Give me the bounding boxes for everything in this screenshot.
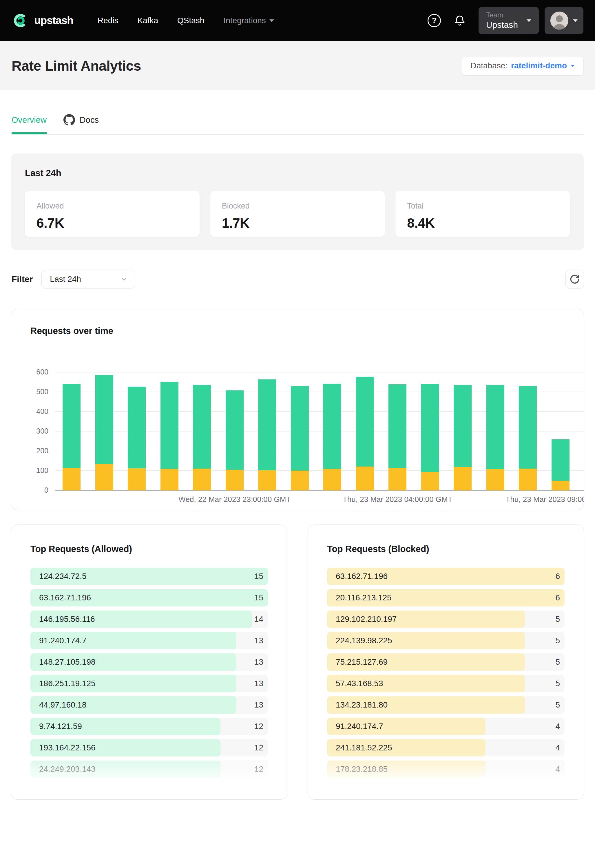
team-selector[interactable]: Team Upstash	[478, 7, 539, 34]
row-count: 13	[254, 657, 263, 667]
stats-panel: Last 24h Allowed 6.7K Blocked 1.7K Total…	[11, 154, 584, 250]
y-axis-tick: 500	[11, 388, 49, 396]
bell-icon	[454, 15, 466, 27]
y-axis-tick: 100	[11, 466, 49, 475]
row-count: 6	[555, 593, 560, 602]
row-count: 4	[555, 786, 560, 795]
table-row: 146.195.56.11614	[30, 611, 268, 628]
row-ip: 134.23.181.80	[336, 700, 388, 710]
table-row: 129.102.210.1975	[327, 611, 565, 628]
chart-bar-blocked	[95, 464, 113, 490]
list-title: Top Requests (Allowed)	[30, 544, 268, 554]
stat-label: Total	[407, 202, 558, 211]
row-ip: 129.102.210.197	[336, 614, 397, 624]
table-row: 44.97.160.1813	[30, 696, 268, 714]
database-name: ratelimit-demo	[511, 61, 567, 70]
row-ip: 9.74.121.59	[39, 722, 82, 731]
nav-link-integrations[interactable]: Integrations	[223, 16, 274, 25]
chart-bar-allowed	[128, 387, 146, 468]
chart-bar-allowed	[388, 384, 406, 468]
filter-row: Filter Last 24h	[11, 270, 584, 288]
chart-bar-blocked	[552, 481, 570, 490]
tab-docs[interactable]: Docs	[63, 114, 99, 134]
help-button[interactable]: ?	[428, 14, 441, 27]
tab-docs-label: Docs	[80, 115, 99, 125]
x-axis-tick: Thu, 23 Mar 2023 04:00:00 GMT	[343, 495, 452, 504]
row-ip: 91.240.174.7	[336, 722, 383, 731]
row-count: 5	[555, 679, 560, 688]
chart-bar-allowed	[486, 385, 504, 469]
row-ip: 63.162.71.196	[336, 572, 388, 581]
database-label: Database:	[471, 61, 508, 70]
row-ip: 193.164.22.156	[39, 743, 96, 753]
chart-bar-blocked	[421, 472, 439, 490]
team-label: Team	[486, 11, 503, 19]
help-icon: ?	[428, 14, 441, 27]
account-menu[interactable]	[545, 7, 583, 34]
requests-chart: 0100200300400500600	[11, 372, 584, 490]
brand-name: upstash	[34, 15, 73, 27]
chart-bar-blocked	[519, 469, 537, 490]
chart-bar-allowed	[226, 390, 244, 470]
upstash-logo-icon	[12, 12, 28, 29]
page-title: Rate Limit Analytics	[12, 58, 141, 74]
nav-link-redis[interactable]: Redis	[97, 16, 118, 25]
table-row: 20.116.213.1256	[327, 589, 565, 607]
stat-label: Allowed	[37, 202, 188, 211]
x-axis-tick: Wed, 22 Mar 2023 23:00:00 GMT	[179, 495, 291, 504]
chart-bar-allowed	[356, 377, 374, 466]
chart-bar-blocked	[258, 470, 276, 490]
chart-bar-blocked	[291, 471, 309, 490]
chevron-down-icon	[571, 65, 575, 66]
time-range-value: Last 24h	[50, 275, 81, 284]
row-ip: 75.215.127.69	[336, 657, 388, 667]
chevron-down-icon	[527, 19, 531, 22]
row-ip: 186.251.19.125	[39, 679, 96, 688]
table-row: 75.215.127.695	[327, 653, 565, 671]
blocked-list: 63.162.71.196620.116.213.1256129.102.210…	[327, 568, 565, 799]
y-axis-tick: 300	[11, 427, 49, 435]
row-count: 4	[555, 743, 560, 753]
brand[interactable]: upstash	[12, 12, 73, 29]
table-row: 148.27.105.19813	[30, 653, 268, 671]
table-row: 63.162.71.19615	[30, 589, 268, 607]
tab-overview[interactable]: Overview	[12, 115, 47, 133]
chart-bar-blocked	[323, 469, 341, 490]
chart-bar-allowed	[552, 439, 570, 481]
notifications-button[interactable]	[454, 15, 466, 27]
row-count: 13	[254, 700, 263, 710]
row-ip: 148.27.105.198	[39, 657, 96, 667]
avatar	[551, 12, 568, 30]
nav-link-kafka[interactable]: Kafka	[137, 16, 158, 25]
row-count: 15	[254, 593, 263, 602]
table-row: 91.240.174.713	[30, 632, 268, 650]
table-row: 57.43.168.535	[327, 675, 565, 692]
row-count: 4	[555, 765, 560, 774]
chart-bar-blocked	[226, 470, 244, 490]
row-count: 12	[254, 765, 263, 774]
chart-bar-allowed	[323, 384, 341, 469]
stat-card-allowed: Allowed 6.7K	[25, 191, 199, 237]
database-selector[interactable]: Database: ratelimit-demo	[462, 56, 583, 75]
row-count: 5	[555, 636, 560, 645]
time-range-select[interactable]: Last 24h	[41, 270, 135, 288]
chart-x-axis: Wed, 22 Mar 2023 23:00:00 GMTThu, 23 Mar…	[11, 495, 584, 506]
row-ip: 19.47.152.207	[336, 786, 388, 795]
table-row: 9.74.121.5912	[30, 718, 268, 735]
allowed-list: 124.234.72.51563.162.71.19615146.195.56.…	[30, 568, 268, 799]
chart-bar-blocked	[388, 468, 406, 490]
stats-title: Last 24h	[25, 168, 570, 179]
row-ip: 63.162.71.196	[39, 593, 91, 602]
navbar: upstash Redis Kafka QStash Integrations …	[0, 0, 595, 41]
chevron-down-icon	[269, 19, 274, 22]
chart-bar-blocked	[161, 469, 179, 490]
table-row: 100.47.204.612	[30, 782, 268, 799]
row-ip: 44.97.160.18	[39, 700, 87, 710]
chart-bar-blocked	[128, 468, 146, 490]
stat-card-blocked: Blocked 1.7K	[210, 191, 385, 237]
row-ip: 178.23.218.85	[336, 765, 388, 774]
refresh-button[interactable]	[565, 270, 584, 288]
row-count: 13	[254, 636, 263, 645]
integrations-label: Integrations	[223, 16, 266, 25]
nav-link-qstash[interactable]: QStash	[177, 16, 204, 25]
